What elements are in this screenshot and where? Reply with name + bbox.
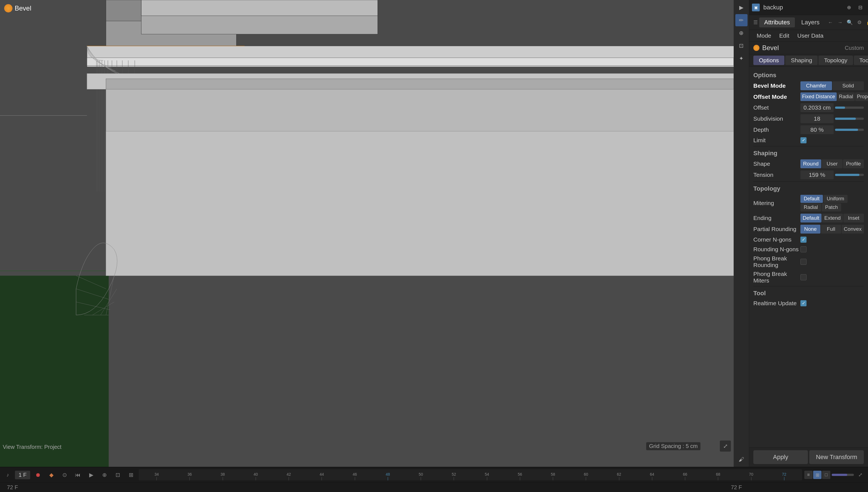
ruler-mark-50: 50	[404, 469, 437, 481]
toolbar-paint-icon[interactable]: 🖌	[735, 453, 748, 465]
depth-label: Depth	[753, 126, 800, 133]
ruler-mark-48: 48	[371, 469, 404, 481]
depth-value[interactable]: 80 %	[800, 125, 834, 134]
phong-break-rounding-checkbox[interactable]	[800, 259, 806, 265]
toolbar-light-icon[interactable]: ✦	[735, 52, 748, 65]
svg-rect-23	[106, 79, 734, 90]
right-panel: ▣ backup ⊕ ⊟ ☰ Attributes Layers ← → 🔍 ⚙…	[749, 0, 868, 467]
tab-attributes[interactable]: Attributes	[759, 18, 795, 27]
nav-search[interactable]: 🔍	[845, 18, 854, 27]
mitering-btn-uniform[interactable]: Uniform	[823, 195, 847, 203]
shape-btn-user[interactable]: User	[822, 159, 843, 168]
ending-btn-inset[interactable]: Inset	[843, 214, 864, 222]
props-content: Options Bevel Mode Chamfer Solid Offset …	[749, 67, 868, 447]
subdivision-value[interactable]: 18	[800, 114, 834, 123]
partial-btn-convex[interactable]: Convex	[842, 225, 864, 233]
panel-icon-1[interactable]: ⊕	[844, 2, 854, 13]
backup-cube-icon: ▣	[752, 4, 760, 11]
partial-btn-none[interactable]: None	[800, 225, 820, 233]
phong-break-miters-label: Phong Break Miters	[753, 271, 800, 284]
hamburger-menu[interactable]: ☰	[753, 18, 758, 27]
tension-slider-row: 159 %	[800, 170, 864, 179]
bevel-label: Bevel	[4, 4, 31, 13]
bevel-dot-icon	[753, 45, 759, 51]
tl-expand-btn[interactable]: ⤢	[855, 470, 865, 480]
bevel-mode-chamfer[interactable]: Chamfer	[800, 81, 832, 90]
tab-buttons: Options Shaping Topology Tool	[749, 54, 868, 67]
viewport-expand-icon[interactable]: ⤢	[720, 441, 731, 451]
toolbar-active-icon[interactable]: ✏	[735, 14, 748, 26]
subdivision-slider-bar[interactable]	[835, 118, 864, 120]
tension-value[interactable]: 159 %	[800, 170, 834, 179]
ending-label: Ending	[753, 215, 800, 221]
ending-btn-extend[interactable]: Extend	[822, 214, 843, 222]
toolbar-render-icon[interactable]: ▶	[735, 1, 748, 14]
tl-end-controls: ≡ ⊞ □ ⤢	[804, 470, 865, 480]
play-back-button[interactable]: ⏮	[72, 469, 84, 481]
mitering-btn-radial[interactable]: Radial	[800, 203, 821, 212]
tool-btn-1[interactable]: ⊕	[99, 469, 110, 481]
keyframe-button[interactable]: ◆	[46, 469, 57, 481]
limit-checkbox[interactable]: ✓	[800, 137, 806, 143]
vm-btn-grid[interactable]: ⊞	[813, 471, 821, 479]
properties-header: ☰ Attributes Layers ← → 🔍 ⚙ 🔒 ⚙	[749, 15, 868, 30]
timeline-ruler[interactable]: 34 36 38 40 42 44 46 48 50 52 54 56 58 6…	[139, 469, 802, 481]
ruler-mark-40: 40	[239, 469, 272, 481]
offset-label: Offset	[753, 104, 800, 111]
tab-btn-shaping[interactable]: Shaping	[785, 56, 818, 65]
auto-key-button[interactable]: ⊙	[59, 469, 70, 481]
mitering-buttons: Default Uniform Radial Patch	[800, 195, 864, 212]
shape-buttons: Round User Profile	[800, 159, 864, 168]
toolbar-globe-icon[interactable]: ⊕	[735, 27, 748, 39]
nav-lock[interactable]: 🔒	[865, 18, 868, 27]
record-button[interactable]: ⏺	[32, 469, 44, 481]
tab-layers[interactable]: Layers	[796, 18, 824, 27]
bevel-mode-label: Bevel Mode	[753, 82, 800, 89]
tab-btn-tool[interactable]: Tool	[854, 56, 868, 65]
nav-filter[interactable]: ⚙	[855, 18, 864, 27]
shape-btn-round[interactable]: Round	[800, 159, 821, 168]
offset-btn-fixed[interactable]: Fixed Distance	[800, 93, 837, 101]
topology-section-title: Topology	[753, 183, 864, 194]
mitering-btn-patch[interactable]: Patch	[822, 203, 841, 212]
vm-btn-list[interactable]: ≡	[804, 471, 813, 479]
new-transform-button[interactable]: New Transform	[809, 450, 864, 464]
realtime-update-checkbox[interactable]: ✓	[800, 300, 806, 306]
panel-icon-2[interactable]: ⊟	[855, 2, 865, 13]
rounding-ngons-checkbox[interactable]	[800, 246, 806, 252]
toolbar-camera-icon[interactable]: ⊡	[735, 40, 748, 52]
ruler-mark-34: 34	[140, 469, 173, 481]
apply-button[interactable]: Apply	[753, 450, 808, 464]
offset-slider-bar[interactable]	[835, 106, 864, 109]
sound-icon[interactable]: ♪	[3, 470, 13, 480]
nav-forward[interactable]: →	[836, 18, 844, 27]
frame-input[interactable]: 1 F	[15, 471, 30, 479]
depth-slider-bar[interactable]	[835, 129, 864, 131]
ruler-mark-44: 44	[305, 469, 338, 481]
tab-btn-options[interactable]: Options	[753, 56, 784, 65]
offset-btn-radial[interactable]: Radial	[837, 93, 855, 101]
corner-ngons-checkbox[interactable]: ✓	[800, 237, 806, 243]
custom-button[interactable]: Custom	[845, 45, 864, 51]
tool-btn-3[interactable]: ⊞	[125, 469, 137, 481]
tl-zoom-slider[interactable]	[832, 474, 854, 476]
offset-value[interactable]: 0.2033 cm	[800, 103, 834, 112]
tab-btn-topology[interactable]: Topology	[818, 56, 853, 65]
shape-btn-profile[interactable]: Profile	[843, 159, 864, 168]
ruler-mark-38: 38	[206, 469, 239, 481]
ruler-mark-58: 58	[537, 469, 569, 481]
tool-btn-2[interactable]: ⊡	[112, 469, 123, 481]
bevel-mode-solid[interactable]: Solid	[832, 81, 864, 90]
vm-btn-box[interactable]: □	[822, 471, 830, 479]
tension-slider-bar[interactable]	[835, 174, 864, 176]
svg-rect-24	[106, 131, 734, 276]
ruler-mark-64: 64	[636, 469, 668, 481]
offset-btn-proportional[interactable]: Proportional	[855, 93, 868, 101]
partial-btn-full[interactable]: Full	[821, 225, 841, 233]
bevel-panel-title: Bevel	[762, 44, 779, 52]
play-button[interactable]: ▶	[86, 469, 97, 481]
mitering-btn-default[interactable]: Default	[800, 195, 823, 203]
phong-break-miters-checkbox[interactable]	[800, 274, 806, 280]
ending-btn-default[interactable]: Default	[800, 214, 821, 222]
nav-back[interactable]: ←	[826, 18, 835, 27]
